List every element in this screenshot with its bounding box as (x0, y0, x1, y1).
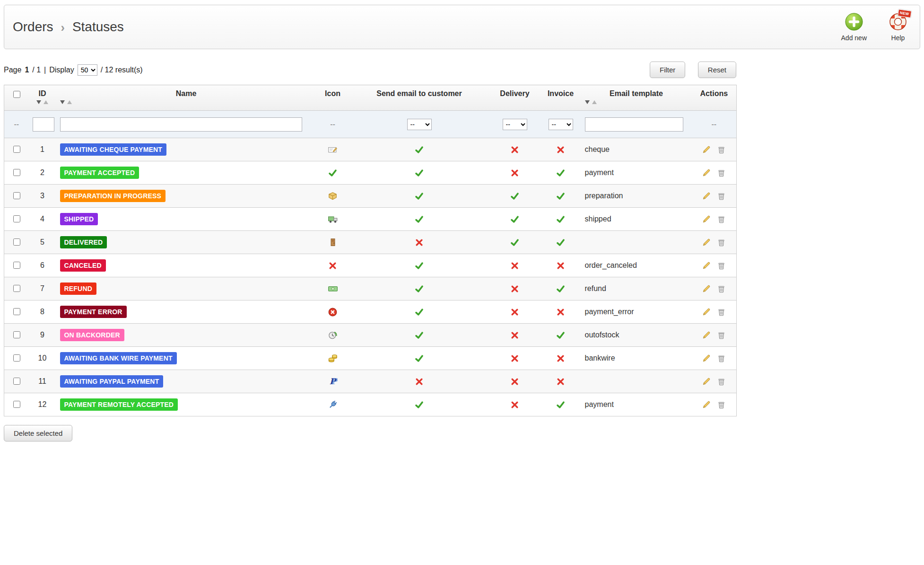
trash-icon[interactable] (717, 168, 725, 177)
sort-asc-icon[interactable] (67, 100, 72, 104)
row-email-template: payment (581, 161, 692, 185)
edit-icon[interactable] (702, 354, 711, 363)
sort-desc-icon[interactable] (36, 100, 41, 104)
delete-selected-button[interactable]: Delete selected (4, 425, 72, 441)
help-button[interactable]: NEW Help (889, 12, 907, 42)
cross-icon (329, 261, 337, 269)
cross-icon (415, 377, 423, 385)
edit-icon[interactable] (702, 377, 711, 386)
trash-icon[interactable] (717, 377, 725, 386)
row-id: 1 (29, 138, 56, 161)
row-delivery (489, 393, 540, 416)
sort-asc-icon[interactable] (592, 100, 597, 104)
edit-icon[interactable] (702, 331, 711, 340)
trash-icon[interactable] (717, 261, 725, 270)
add-new-button[interactable]: Add new (841, 12, 867, 42)
header-id-label[interactable]: ID (33, 89, 52, 98)
select-all-checkbox[interactable] (13, 91, 20, 98)
edit-icon[interactable] (702, 284, 711, 293)
trash-icon[interactable] (717, 215, 725, 223)
row-checkbox[interactable] (13, 146, 20, 153)
trash-icon[interactable] (717, 238, 725, 247)
sort-asc-icon[interactable] (44, 100, 48, 104)
edit-icon[interactable] (702, 215, 711, 224)
check-icon (510, 214, 519, 222)
row-name-cell: PAYMENT ACCEPTED (56, 161, 316, 185)
row-delivery (489, 254, 540, 277)
row-checkbox[interactable] (13, 262, 20, 269)
row-actions (692, 138, 737, 161)
row-id: 6 (29, 254, 56, 277)
id-filter-input[interactable] (33, 117, 54, 132)
breadcrumb-orders[interactable]: Orders (13, 19, 53, 35)
cross-icon (511, 354, 519, 362)
row-id: 5 (29, 231, 56, 254)
table-row: 5DELIVERED (4, 231, 737, 254)
sort-desc-icon[interactable] (60, 100, 65, 104)
row-icon-cell (316, 277, 349, 300)
name-filter-input[interactable] (60, 117, 302, 132)
trash-icon[interactable] (717, 308, 725, 316)
trash-icon[interactable] (717, 192, 725, 200)
paypal-icon: PP (328, 377, 338, 385)
header-invoice: Invoice (540, 85, 581, 111)
row-id: 2 (29, 161, 56, 185)
row-name-cell: SHIPPED (56, 208, 316, 231)
row-checkbox[interactable] (13, 378, 20, 385)
trash-icon[interactable] (717, 354, 725, 362)
trash-icon[interactable] (717, 331, 725, 339)
row-delivery (489, 138, 540, 161)
row-checkbox[interactable] (13, 331, 20, 338)
row-checkbox[interactable] (13, 308, 20, 315)
edit-icon[interactable] (702, 261, 711, 270)
reset-button[interactable]: Reset (698, 62, 736, 78)
row-checkbox[interactable] (13, 215, 20, 222)
row-actions (692, 277, 737, 300)
row-checkbox[interactable] (13, 354, 20, 362)
row-checkbox[interactable] (13, 192, 20, 199)
delivery-filter-select[interactable]: -- (503, 119, 527, 130)
row-delivery (489, 161, 540, 185)
edit-icon[interactable] (702, 400, 711, 409)
header-actions: Add new NEW Help (841, 12, 907, 42)
invoice-filter-select[interactable]: -- (549, 119, 573, 130)
edit-icon[interactable] (702, 145, 711, 154)
row-icon-cell (316, 324, 349, 347)
edit-icon[interactable] (702, 308, 711, 317)
header-name-label[interactable]: Name (60, 89, 313, 98)
cross-icon (511, 261, 519, 269)
status-badge: REFUND (60, 282, 97, 295)
row-delivery (489, 370, 540, 393)
row-delivery (489, 208, 540, 231)
row-icon-cell (316, 347, 349, 370)
row-name-cell: AWAITING CHEQUE PAYMENT (56, 138, 316, 161)
header-panel: Orders › Statuses (4, 5, 920, 49)
row-invoice (540, 347, 581, 370)
header-id: ID (29, 85, 56, 111)
row-delivery (489, 300, 540, 324)
coins-icon (328, 353, 338, 362)
trash-icon[interactable] (717, 400, 725, 409)
package-icon (328, 191, 337, 199)
status-badge: AWAITING BANK WIRE PAYMENT (60, 352, 177, 364)
row-checkbox[interactable] (13, 401, 20, 408)
row-delivery (489, 277, 540, 300)
header-email-template-label[interactable]: Email template (585, 89, 688, 98)
email-template-filter-input[interactable] (585, 117, 683, 132)
edit-icon[interactable] (702, 168, 711, 177)
trash-icon[interactable] (717, 145, 725, 154)
row-checkbox-cell (4, 254, 29, 277)
display-count-select[interactable]: 50 (78, 64, 97, 76)
row-checkbox[interactable] (13, 169, 20, 176)
edit-icon[interactable] (702, 192, 711, 201)
trash-icon[interactable] (717, 284, 725, 293)
row-checkbox[interactable] (13, 285, 20, 292)
status-badge: PREPARATION IN PROGRESS (60, 190, 166, 202)
sort-desc-icon[interactable] (585, 100, 590, 104)
row-checkbox[interactable] (13, 238, 20, 246)
filter-button[interactable]: Filter (650, 62, 685, 78)
row-delivery (489, 231, 540, 254)
edit-icon[interactable] (702, 238, 711, 247)
send-email-filter-select[interactable]: -- (407, 119, 432, 130)
table-row: 7REFUNDrefund (4, 277, 737, 300)
